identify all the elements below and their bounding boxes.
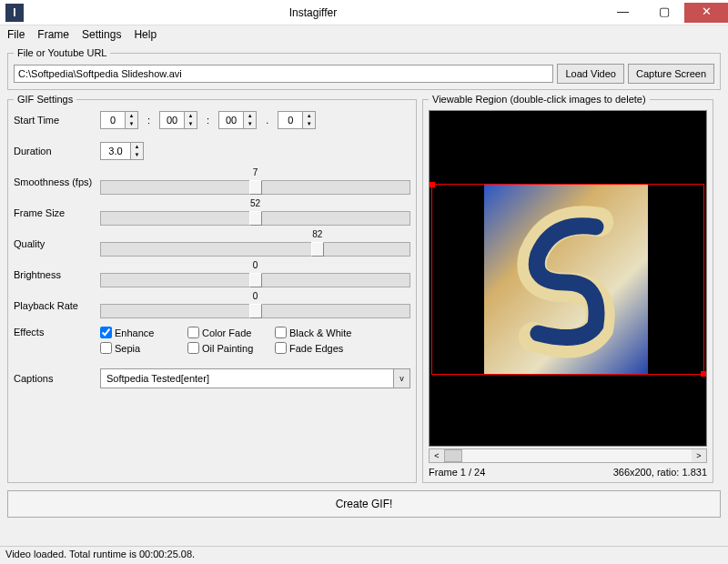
captions-input[interactable]	[101, 369, 393, 388]
spinner-up-icon[interactable]: ▲	[126, 112, 137, 120]
spinner-down-icon[interactable]: ▼	[126, 120, 137, 128]
smoothness-value: 7	[253, 167, 258, 177]
crop-selection[interactable]	[431, 184, 704, 375]
frame-counter: Frame 1 / 24	[429, 467, 485, 478]
framesize-label: Frame Size	[14, 207, 100, 218]
fx-colorfade-checkbox[interactable]: Color Fade	[187, 327, 268, 338]
quality-label: Quality	[14, 238, 100, 249]
dimensions-info: 366x200, ratio: 1.831	[613, 467, 707, 478]
start-ms-spinner[interactable]: ▲▼	[278, 111, 316, 129]
preview-canvas[interactable]	[429, 110, 707, 447]
smoothness-slider[interactable]	[100, 180, 410, 195]
load-video-button[interactable]: Load Video	[557, 64, 623, 84]
scroll-left-icon[interactable]: <	[430, 449, 444, 462]
crop-handle-br[interactable]	[701, 371, 706, 377]
gif-settings-legend: GIF Settings	[14, 94, 76, 105]
frame-scrollbar[interactable]: < >	[429, 448, 707, 463]
status-bar: Video loaded. Total runtime is 00:00:25.…	[0, 546, 728, 564]
crop-handle-tl[interactable]	[430, 182, 435, 187]
file-url-group: File or Youtube URL Load Video Capture S…	[7, 47, 721, 90]
playback-label: Playback Rate	[14, 300, 100, 311]
brightness-value: 0	[253, 260, 258, 270]
gif-settings-group: GIF Settings Start Time ▲▼ : ▲▼ : ▲▼ . ▲…	[7, 94, 417, 483]
window-title: Instagiffer	[24, 6, 602, 19]
fx-enhance-checkbox[interactable]: Enhance	[100, 327, 180, 338]
start-minutes-spinner[interactable]: ▲▼	[159, 111, 197, 129]
spinner-down-icon[interactable]: ▼	[131, 151, 143, 159]
smoothness-label: Smoothness (fps)	[14, 176, 100, 187]
create-gif-button[interactable]: Create GIF!	[7, 490, 721, 518]
menu-help[interactable]: Help	[134, 28, 157, 41]
quality-slider[interactable]	[100, 242, 410, 257]
chevron-down-icon[interactable]: v	[393, 369, 410, 388]
file-url-input[interactable]	[14, 65, 553, 83]
fx-sepia-checkbox[interactable]: Sepia	[100, 342, 180, 354]
spinner-up-icon[interactable]: ▲	[244, 112, 256, 120]
spinner-down-icon[interactable]: ▼	[303, 120, 315, 128]
maximize-button[interactable]: ▢	[643, 3, 684, 23]
spinner-down-icon[interactable]: ▼	[185, 120, 197, 128]
framesize-slider[interactable]	[100, 211, 410, 226]
titlebar: I Instagiffer — ▢ ✕	[0, 0, 728, 25]
start-seconds-spinner[interactable]: ▲▼	[218, 111, 257, 129]
minimize-button[interactable]: —	[602, 3, 643, 23]
close-button[interactable]: ✕	[684, 3, 728, 23]
scroll-thumb[interactable]	[444, 449, 462, 462]
captions-combo[interactable]: v	[100, 368, 410, 388]
menu-settings[interactable]: Settings	[82, 28, 121, 41]
start-time-label: Start Time	[14, 115, 100, 126]
duration-label: Duration	[14, 146, 100, 156]
menu-frame[interactable]: Frame	[37, 28, 69, 41]
fx-bw-checkbox[interactable]: Black & White	[275, 327, 355, 338]
capture-screen-button[interactable]: Capture Screen	[628, 64, 714, 84]
spinner-up-icon[interactable]: ▲	[303, 112, 315, 120]
scroll-right-icon[interactable]: >	[692, 449, 706, 462]
effects-label: Effects	[14, 327, 100, 337]
playback-value: 0	[253, 291, 258, 301]
menu-file[interactable]: File	[7, 28, 25, 41]
app-icon: I	[5, 4, 24, 22]
duration-spinner[interactable]: ▲▼	[100, 142, 144, 160]
brightness-slider[interactable]	[100, 273, 410, 287]
fx-fade-checkbox[interactable]: Fade Edges	[275, 342, 355, 354]
fx-oil-checkbox[interactable]: Oil Painting	[187, 342, 268, 354]
framesize-value: 52	[250, 198, 260, 208]
quality-value: 82	[312, 229, 322, 239]
captions-label: Captions	[14, 373, 100, 384]
brightness-label: Brightness	[14, 269, 100, 280]
spinner-up-icon[interactable]: ▲	[185, 112, 197, 120]
viewer-group: Viewable Region (double-click images to …	[422, 94, 713, 483]
file-url-legend: File or Youtube URL	[14, 47, 110, 58]
spinner-down-icon[interactable]: ▼	[244, 120, 256, 128]
playback-slider[interactable]	[100, 304, 410, 318]
viewer-legend: Viewable Region (double-click images to …	[429, 94, 650, 105]
start-hours-spinner[interactable]: ▲▼	[100, 111, 138, 129]
menubar: File Frame Settings Help	[0, 25, 728, 44]
spinner-up-icon[interactable]: ▲	[131, 143, 143, 151]
